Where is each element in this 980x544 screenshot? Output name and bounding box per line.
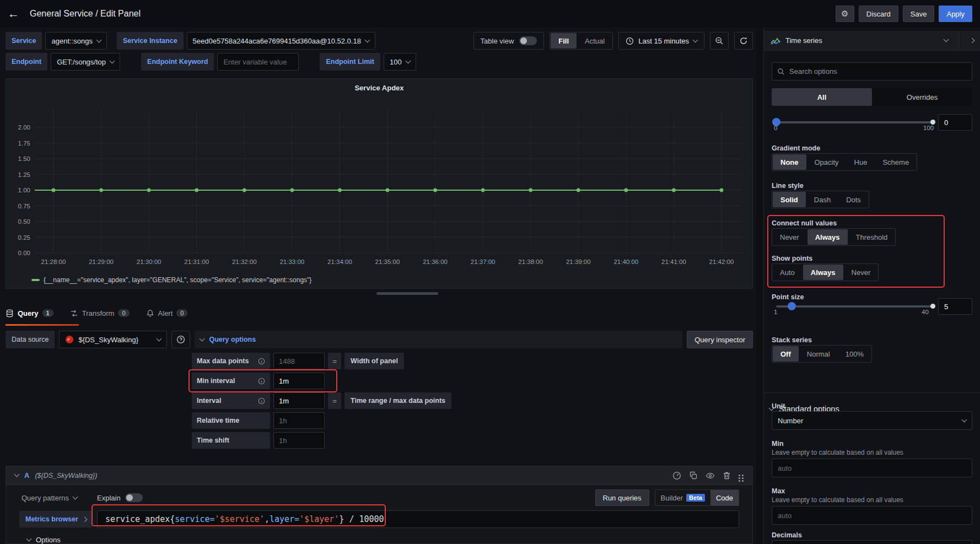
stack-series-option-100-[interactable]: 100% xyxy=(838,346,871,362)
show-points-option-always[interactable]: Always xyxy=(803,265,843,280)
endpoint-keyword-input[interactable] xyxy=(217,53,299,71)
fill-opacity-value[interactable]: 0 xyxy=(938,114,972,131)
endpoint-value: GET:/songs/top xyxy=(57,58,106,66)
refresh-button[interactable] xyxy=(734,32,753,50)
query-option-input[interactable]: 1m xyxy=(273,392,325,409)
query-option-input[interactable]: 1h xyxy=(273,412,325,429)
svg-text:1.75: 1.75 xyxy=(18,140,30,147)
query-patterns-dropdown[interactable]: Query patterns xyxy=(21,494,77,502)
trash-icon[interactable] xyxy=(723,471,731,480)
table-view-toggle[interactable] xyxy=(519,36,537,45)
chevron-down-icon xyxy=(405,58,411,63)
fill-opacity-slider[interactable]: 0 100 xyxy=(772,118,937,140)
svg-text:1.00: 1.00 xyxy=(18,187,30,193)
gradient-mode-option-opacity[interactable]: Opacity xyxy=(807,154,847,170)
min-hint: Leave empty to calculate based on all va… xyxy=(772,449,903,456)
line-style-option-dash[interactable]: Dash xyxy=(806,191,838,208)
unit-select[interactable]: Number xyxy=(772,411,972,430)
panel-settings-button[interactable]: ⚙ xyxy=(836,6,854,22)
stack-series-option-off[interactable]: Off xyxy=(773,346,799,362)
show-points-option-never[interactable]: Never xyxy=(844,264,879,281)
zoom-out-button[interactable] xyxy=(710,32,729,50)
builder-label: Builder xyxy=(661,494,683,502)
tab-transform[interactable]: Transform 0 xyxy=(70,302,130,324)
connect-nulls-option-threshold[interactable]: Threshold xyxy=(848,229,896,245)
point-size-value[interactable]: 5 xyxy=(938,298,972,315)
endpoint-label: Endpoint xyxy=(6,53,47,71)
query-inspector-button[interactable]: Query inspector xyxy=(687,331,753,348)
chevron-down-icon xyxy=(110,58,115,63)
query-row-actions xyxy=(672,471,744,480)
endpoint-limit-select[interactable]: 100 xyxy=(384,53,416,71)
query-row-header[interactable]: A (${DS_SkyWalking}) xyxy=(6,466,752,485)
duplicate-icon[interactable] xyxy=(689,471,698,480)
gradient-mode-option-scheme[interactable]: Scheme xyxy=(875,154,917,170)
min-input[interactable] xyxy=(772,459,972,477)
scrollbar-gutter[interactable] xyxy=(756,28,763,544)
apply-button[interactable]: Apply xyxy=(939,6,972,22)
eye-icon[interactable] xyxy=(706,471,715,480)
search-options-input[interactable]: Search options xyxy=(772,62,972,80)
connect-nulls-option-never[interactable]: Never xyxy=(772,229,807,245)
time-range-picker[interactable]: Last 15 minutes xyxy=(618,32,704,50)
line-style-option-dots[interactable]: Dots xyxy=(838,191,869,208)
query-history-icon[interactable] xyxy=(672,471,681,480)
datasource-select[interactable]: ${DS_SkyWalking} xyxy=(59,331,167,348)
view-mode-option-fill[interactable]: Fill xyxy=(551,33,577,49)
options-filter-tabs: All Overrides xyxy=(772,88,972,106)
toggle-options-pane-button[interactable] xyxy=(959,31,974,51)
slider-end-dot xyxy=(930,120,935,125)
grafana-edit-panel-page: ← General Service / Edit Panel ⚙ Discard… xyxy=(0,0,980,544)
query-option-row: Interval1m=Time range / max data points xyxy=(192,392,451,409)
builder-mode-option[interactable]: Builder Beta xyxy=(655,490,710,505)
query-option-input[interactable]: 1m xyxy=(273,373,325,389)
query-option-label: Interval xyxy=(192,392,270,409)
gradient-mode-option-none[interactable]: None xyxy=(773,154,806,170)
endpoint-select[interactable]: GET:/songs/top xyxy=(51,53,120,71)
editor-mode-switch: Builder Beta Code xyxy=(655,489,739,506)
time-series-chart[interactable]: 0.000.250.500.751.001.251.501.752.0021:2… xyxy=(9,95,749,271)
panel-resize-handle[interactable] xyxy=(376,292,438,295)
code-mode-option[interactable]: Code xyxy=(710,490,739,505)
promql-expression-input[interactable]: service_apdex{service='$service', layer=… xyxy=(97,510,739,528)
query-option-label: Min interval xyxy=(192,373,270,389)
service-instance-select[interactable]: 5eed0e5758a244aca6e7699415d360aa@10.52.0… xyxy=(187,32,375,50)
datasource-help-button[interactable] xyxy=(171,331,190,348)
help-circle-icon xyxy=(176,335,185,344)
gradient-mode-option-hue[interactable]: Hue xyxy=(847,154,875,170)
save-button[interactable]: Save xyxy=(903,6,935,22)
connect-nulls-option-always[interactable]: Always xyxy=(807,229,848,245)
tab-all[interactable]: All xyxy=(772,88,872,106)
variables-row-2: Endpoint GET:/songs/top Endpoint Keyword… xyxy=(6,53,753,71)
visualization-picker[interactable]: Time series xyxy=(764,31,980,51)
drag-handle-icon[interactable] xyxy=(739,475,740,476)
slider-end-dot xyxy=(930,304,935,309)
query-option-input[interactable]: 1h xyxy=(273,432,325,449)
tab-alert[interactable]: Alert 0 xyxy=(146,302,188,324)
chart-legend[interactable]: {__name__="service_apdex", layer="GENERA… xyxy=(31,276,311,284)
run-queries-button[interactable]: Run queries xyxy=(595,489,649,506)
query-extra-options-collapse[interactable]: Options xyxy=(6,528,752,544)
discard-button[interactable]: Discard xyxy=(859,6,898,22)
svg-text:0.75: 0.75 xyxy=(18,203,30,209)
query-option-input[interactable]: 1488 xyxy=(273,353,325,369)
view-mode-option-actual[interactable]: Actual xyxy=(577,33,612,49)
query-options-collapse[interactable]: Query options xyxy=(195,331,682,348)
explain-toggle[interactable] xyxy=(125,493,143,502)
tab-query[interactable]: Query 1 xyxy=(6,302,53,324)
query-option-extra-label: Width of panel xyxy=(344,353,404,369)
decimals-input[interactable] xyxy=(772,540,972,544)
datasource-label: Data source xyxy=(6,331,55,348)
point-size-slider[interactable]: 1 40 xyxy=(772,302,937,324)
back-arrow-icon[interactable]: ← xyxy=(8,7,24,20)
tab-overrides[interactable]: Overrides xyxy=(872,88,972,106)
slider-handle[interactable] xyxy=(788,302,796,310)
metrics-browser-button[interactable]: Metrics browser xyxy=(19,511,93,527)
service-select[interactable]: agent::songs xyxy=(45,32,106,50)
svg-text:1.50: 1.50 xyxy=(18,155,30,162)
stack-series-option-normal[interactable]: Normal xyxy=(799,346,838,362)
show-points-option-auto[interactable]: Auto xyxy=(772,264,803,281)
tab-label: Query xyxy=(18,309,39,317)
max-input[interactable] xyxy=(772,506,972,525)
line-style-option-solid[interactable]: Solid xyxy=(773,192,806,207)
